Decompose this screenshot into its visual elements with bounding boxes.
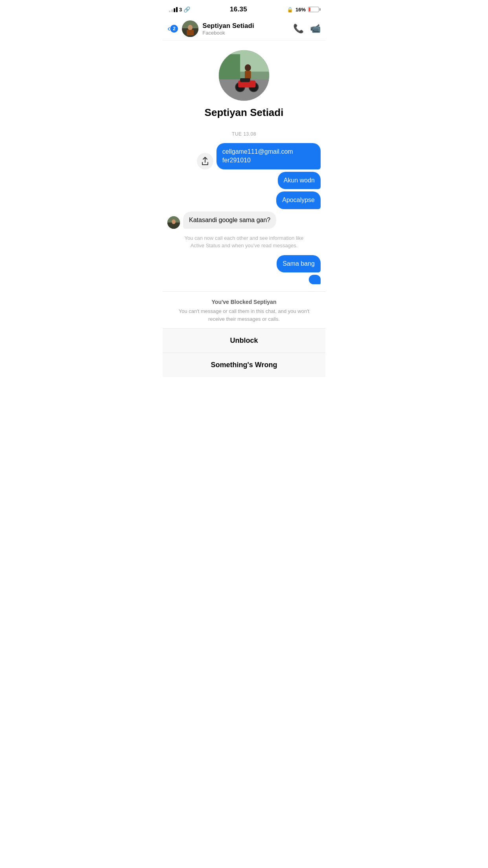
signal-bars	[169, 7, 178, 12]
profile-name: Septiyan Setiadi	[205, 107, 284, 119]
message-row: Katasandi google sama gan?	[167, 211, 321, 229]
status-left: 3 🔗	[169, 6, 190, 13]
bottom-buttons: Unblock Something's Wrong	[163, 328, 325, 377]
message-row: Sama bang	[167, 255, 321, 272]
signal-bar-3	[174, 8, 175, 12]
unblock-button[interactable]: Unblock	[163, 329, 325, 353]
battery-fill	[309, 7, 310, 11]
signal-carrier: 3	[179, 7, 182, 13]
back-badge: 2	[170, 25, 178, 33]
contact-platform: Facebook	[202, 30, 293, 36]
lock-icon: 🔒	[287, 7, 293, 13]
chevron-left-icon: ‹	[167, 24, 170, 33]
message-row: cellgame111@gmail.com fer291010	[167, 143, 321, 169]
battery-indicator	[308, 7, 319, 12]
something-wrong-button[interactable]: Something's Wrong	[163, 353, 325, 377]
signal-bar-2	[171, 9, 173, 12]
partial-message-bubble	[309, 275, 321, 284]
profile-section: Septiyan Setiadi	[163, 40, 325, 127]
svg-rect-9	[245, 71, 251, 79]
chat-area: TUE 13.08 cellgame111@gmail.com fer29101…	[163, 127, 325, 287]
svg-point-8	[245, 64, 251, 71]
message-bubble: Apocalypse	[276, 191, 321, 209]
avatar-svg	[182, 20, 198, 37]
timestamp-label: TUE 13.08	[167, 131, 321, 137]
battery-percent: 16%	[295, 7, 306, 13]
video-icon[interactable]: 📹	[310, 24, 321, 34]
phone-icon[interactable]: 📞	[293, 24, 304, 34]
chat-header: ‹ 2 Septiyan Setiadi Facebook 📞 📹	[163, 17, 325, 40]
share-icon	[201, 157, 209, 166]
signal-bar-1	[169, 11, 171, 12]
svg-rect-15	[240, 78, 250, 82]
svg-rect-3	[187, 30, 194, 35]
message-bubble: Katasandi google sama gan?	[183, 211, 276, 229]
blocked-description: You can't message or call them in this c…	[171, 307, 317, 323]
message-row-partial	[167, 275, 321, 284]
message-row: Apocalypse	[167, 191, 321, 209]
message-bubble: Sama bang	[277, 255, 321, 272]
contact-name: Septiyan Setiadi	[202, 22, 293, 30]
profile-avatar-svg	[219, 50, 269, 101]
blocked-title: You've Blocked Septiyan	[171, 299, 317, 305]
receiver-avatar	[167, 216, 180, 229]
status-bar: 3 🔗 16.35 🔒 16%	[163, 0, 325, 17]
share-button[interactable]	[197, 153, 213, 169]
link-icon: 🔗	[183, 6, 190, 13]
avatar-image	[182, 20, 198, 37]
status-right: 🔒 16%	[287, 7, 319, 13]
svg-point-2	[188, 25, 193, 30]
header-info: Septiyan Setiadi Facebook	[202, 22, 293, 36]
header-avatar[interactable]	[182, 20, 198, 37]
message-bubble: Akun wodn	[278, 172, 321, 189]
profile-avatar[interactable]	[218, 50, 270, 101]
message-row: Akun wodn	[167, 172, 321, 189]
blocked-section: You've Blocked Septiyan You can't messag…	[163, 291, 325, 328]
info-message: You can now call each other and see info…	[167, 231, 321, 253]
message-bubble: cellgame111@gmail.com fer291010	[216, 143, 321, 169]
header-actions: 📞 📹	[293, 24, 321, 34]
svg-point-18	[172, 219, 176, 224]
status-time: 16.35	[230, 6, 247, 13]
signal-bar-4	[176, 7, 178, 12]
receiver-avatar-svg	[167, 216, 180, 229]
svg-rect-7	[219, 54, 240, 79]
back-button[interactable]: ‹ 2	[167, 24, 178, 33]
